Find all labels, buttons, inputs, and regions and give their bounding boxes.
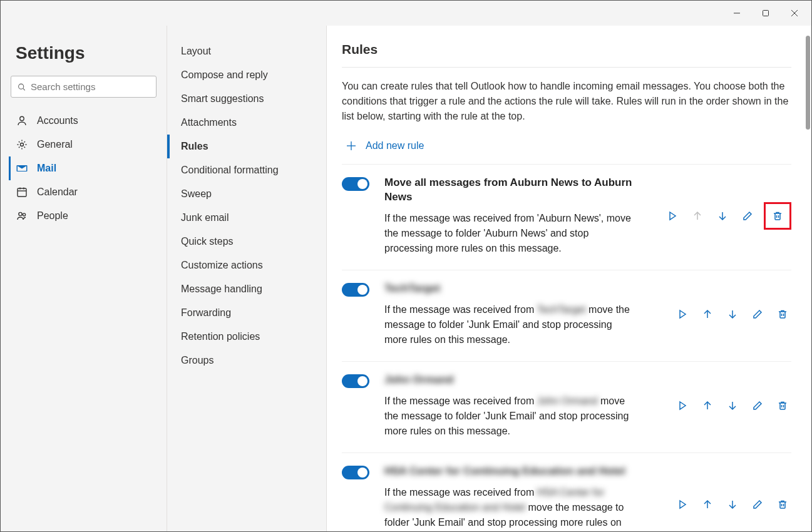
rule-toggle[interactable] — [342, 177, 369, 191]
rule-toggle[interactable] — [342, 466, 369, 479]
mail-subnav: Layout Compose and reply Smart suggestio… — [167, 26, 326, 531]
calendar-icon — [16, 186, 28, 198]
nav-label: Mail — [37, 163, 56, 174]
person-icon — [16, 115, 28, 127]
nav-item-people[interactable]: People — [9, 204, 157, 228]
play-icon — [667, 211, 677, 221]
edit-rule-button[interactable] — [739, 207, 756, 225]
move-down-button[interactable] — [724, 496, 741, 513]
edit-rule-button[interactable] — [749, 496, 766, 513]
move-down-button[interactable] — [714, 207, 731, 225]
move-down-button[interactable] — [724, 397, 741, 414]
subnav-rules[interactable]: Rules — [167, 135, 326, 158]
rule-actions — [664, 202, 791, 230]
nav-item-calendar[interactable]: Calendar — [9, 180, 157, 204]
rule-row: HSA Center for Continuing Education and … — [342, 453, 791, 531]
window-minimize-button[interactable] — [722, 6, 751, 21]
rule-toggle[interactable] — [342, 374, 369, 388]
rule-title: Move all messages from Auburn News to Au… — [384, 176, 635, 205]
svg-rect-8 — [18, 188, 26, 197]
arrow-up-icon — [702, 309, 712, 319]
search-icon — [18, 82, 26, 92]
rules-scroll-area[interactable]: Rules You can create rules that tell Out… — [327, 26, 804, 531]
subnav-customize-actions[interactable]: Customize actions — [167, 253, 326, 277]
rule-title: HSA Center for Continuing Education and … — [384, 464, 667, 479]
delete-rule-button[interactable] — [774, 397, 791, 414]
window-close-button[interactable] — [780, 6, 809, 21]
subnav-sweep[interactable]: Sweep — [167, 182, 326, 206]
svg-point-4 — [19, 84, 24, 89]
subnav-forwarding[interactable]: Forwarding — [167, 301, 326, 325]
rule-body: HSA Center for Continuing Education and … — [384, 464, 674, 531]
move-down-button[interactable] — [724, 305, 741, 323]
arrow-down-icon — [727, 309, 737, 319]
rule-row: TechTarget If the message was received f… — [342, 270, 791, 362]
subnav-groups[interactable]: Groups — [167, 349, 326, 372]
window-titlebar — [1, 1, 811, 26]
move-up-button[interactable] — [699, 397, 716, 414]
nav-label: Calendar — [37, 187, 78, 198]
svg-rect-1 — [763, 11, 769, 16]
svg-point-6 — [20, 116, 24, 120]
move-up-button[interactable] — [699, 496, 716, 513]
mail-icon — [16, 162, 28, 175]
play-icon — [677, 401, 687, 411]
run-rule-button[interactable] — [664, 207, 681, 225]
arrow-down-icon — [717, 211, 727, 221]
svg-marker-16 — [670, 212, 676, 220]
settings-title: Settings — [16, 43, 157, 63]
rules-intro-text: You can create rules that tell Outlook h… — [342, 79, 791, 124]
subnav-quick-steps[interactable]: Quick steps — [167, 230, 326, 253]
nav-item-general[interactable]: General — [9, 133, 157, 156]
move-up-button[interactable] — [699, 305, 716, 323]
rule-description: If the message was received from John Or… — [384, 394, 635, 439]
edit-rule-button[interactable] — [749, 305, 766, 323]
rule-actions — [674, 305, 791, 323]
rule-toggle[interactable] — [342, 283, 369, 297]
rule-description: If the message was received from TechTar… — [384, 302, 635, 347]
subnav-attachments[interactable]: Attachments — [167, 111, 326, 135]
arrow-down-icon — [727, 401, 737, 411]
subnav-compose[interactable]: Compose and reply — [167, 63, 326, 87]
subnav-layout[interactable]: Layout — [167, 39, 326, 63]
edit-rule-button[interactable] — [749, 397, 766, 414]
subnav-conditional-formatting[interactable]: Conditional formatting — [167, 158, 326, 182]
subnav-smart-suggestions[interactable]: Smart suggestions — [167, 87, 326, 111]
trash-icon — [773, 211, 783, 221]
rule-description: If the message was received from HSA Cen… — [384, 485, 635, 531]
content-area: Settings Accounts General Mail Calendar — [1, 26, 811, 531]
move-up-button — [689, 207, 706, 225]
subnav-message-handling[interactable]: Message handling — [167, 277, 326, 301]
run-rule-button[interactable] — [674, 397, 691, 414]
rule-body: John Ormand If the message was received … — [384, 373, 674, 439]
delete-rule-button[interactable] — [774, 305, 791, 323]
divider — [342, 67, 791, 68]
window-maximize-button[interactable] — [751, 6, 780, 21]
nav-label: People — [37, 210, 68, 222]
nav-item-mail[interactable]: Mail — [9, 156, 157, 180]
vertical-scrollbar[interactable] — [804, 26, 811, 531]
rule-body: Move all messages from Auburn News to Au… — [384, 176, 664, 256]
add-new-rule-button[interactable]: Add new rule — [342, 136, 791, 164]
trash-icon — [778, 309, 788, 319]
run-rule-button[interactable] — [674, 496, 691, 513]
subnav-junk-email[interactable]: Junk email — [167, 206, 326, 230]
delete-rule-button[interactable] — [769, 207, 786, 225]
delete-rule-button[interactable] — [774, 496, 791, 513]
delete-button-highlight — [764, 202, 791, 230]
trash-icon — [778, 499, 788, 509]
play-icon — [677, 499, 687, 509]
subnav-retention-policies[interactable]: Retention policies — [167, 325, 326, 349]
arrow-up-icon — [702, 499, 712, 509]
add-rule-label: Add new rule — [366, 140, 424, 151]
scrollbar-thumb[interactable] — [806, 36, 810, 130]
main-panel: Rules You can create rules that tell Out… — [326, 26, 811, 531]
plus-icon — [346, 140, 357, 151]
pencil-icon — [743, 211, 753, 221]
pencil-icon — [753, 309, 763, 319]
run-rule-button[interactable] — [674, 305, 691, 323]
search-settings-box[interactable] — [11, 76, 157, 98]
rule-row: John Ormand If the message was received … — [342, 362, 791, 453]
search-settings-input[interactable] — [31, 81, 150, 92]
nav-item-accounts[interactable]: Accounts — [9, 109, 157, 133]
